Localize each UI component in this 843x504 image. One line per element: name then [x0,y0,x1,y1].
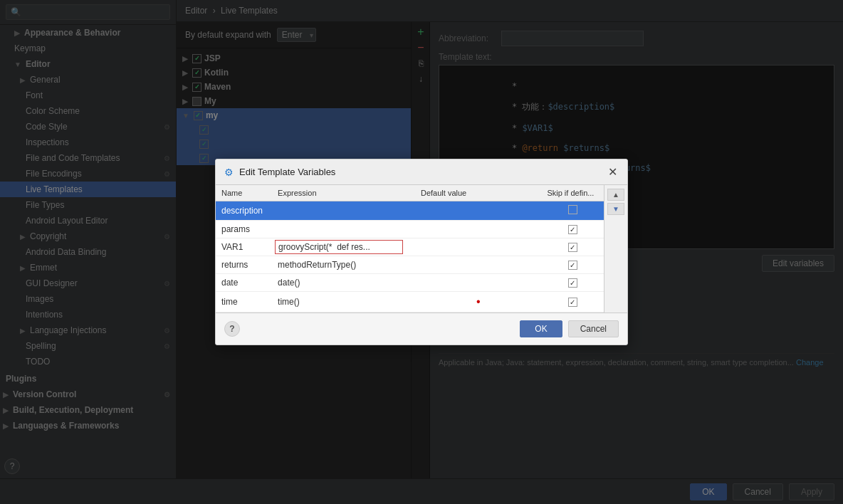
skip-checkbox-date[interactable] [568,278,577,288]
cell-default-time[interactable]: • [415,292,541,313]
cell-name-description: description [216,201,272,221]
cell-name-time: time [216,292,272,313]
cell-skip-var1[interactable] [541,238,604,256]
table-row-returns[interactable]: returns methodReturnType() [216,256,604,274]
cell-name-var1: VAR1 [216,238,272,256]
col-name: Name [216,185,272,201]
modal-overlay: ⚙ Edit Template Variables ✕ Name Express… [0,0,843,504]
cell-skip-returns[interactable] [541,256,604,274]
col-expression: Expression [272,185,415,201]
modal-title-container: ⚙ Edit Template Variables [224,167,335,178]
cell-expression-var1[interactable] [272,238,415,256]
modal-body: Name Expression Default value Skip if de… [216,185,627,313]
modal-ok-button[interactable]: OK [520,320,562,337]
modal-close-button[interactable]: ✕ [607,165,619,179]
table-row-time[interactable]: time time() • [216,292,604,313]
modal-cancel-button[interactable]: Cancel [568,320,619,337]
modal-table-wrap: Name Expression Default value Skip if de… [216,185,627,313]
cell-default-description[interactable] [415,201,541,221]
skip-checkbox-returns[interactable] [568,261,577,270]
cell-expression-date[interactable]: date() [272,274,415,292]
cell-skip-description[interactable] [541,201,604,221]
skip-checkbox-time[interactable] [568,298,577,307]
cell-default-var1[interactable] [415,238,541,256]
variables-table: Name Expression Default value Skip if de… [216,185,604,313]
col-skip-if-defined: Skip if defin... [541,185,604,201]
skip-checkbox-params[interactable] [568,225,577,234]
edit-template-variables-modal: ⚙ Edit Template Variables ✕ Name Express… [215,159,628,345]
time-default-dot: • [476,295,481,308]
modal-gear-icon: ⚙ [224,167,234,178]
col-default-value: Default value [415,185,541,201]
cell-expression-description[interactable] [272,201,415,221]
cell-name-date: date [216,274,272,292]
cell-expression-time[interactable]: time() [272,292,415,313]
modal-action-buttons: OK Cancel [520,320,619,337]
cell-name-params: params [216,221,272,238]
modal-footer: ? OK Cancel [216,313,627,345]
skip-checkbox-var1[interactable] [568,243,577,252]
cell-default-params[interactable] [415,221,541,238]
cell-default-date[interactable] [415,274,541,292]
modal-title: Edit Template Variables [239,167,335,177]
table-scroll-buttons: ▲ ▼ [604,185,627,313]
table-row-var1[interactable]: VAR1 [216,238,604,256]
table-row-params[interactable]: params [216,221,604,238]
cell-skip-time[interactable] [541,292,604,313]
modal-help-button[interactable]: ? [224,321,240,337]
table-header: Name Expression Default value Skip if de… [216,185,604,201]
cell-expression-returns[interactable]: methodReturnType() [272,256,415,274]
cell-expression-params[interactable] [272,221,415,238]
var1-expression-input[interactable] [275,240,403,254]
scroll-up-button[interactable]: ▲ [607,189,624,201]
modal-table-inner: Name Expression Default value Skip if de… [216,185,604,313]
table-row-description[interactable]: description [216,201,604,221]
table-body: description params [216,201,604,313]
cell-skip-params[interactable] [541,221,604,238]
cell-skip-date[interactable] [541,274,604,292]
cell-default-returns[interactable] [415,256,541,274]
skip-checkbox-description[interactable] [568,205,577,214]
scroll-down-button[interactable]: ▼ [607,203,624,215]
cell-name-returns: returns [216,256,272,274]
table-row-date[interactable]: date date() [216,274,604,292]
modal-header: ⚙ Edit Template Variables ✕ [216,159,627,185]
